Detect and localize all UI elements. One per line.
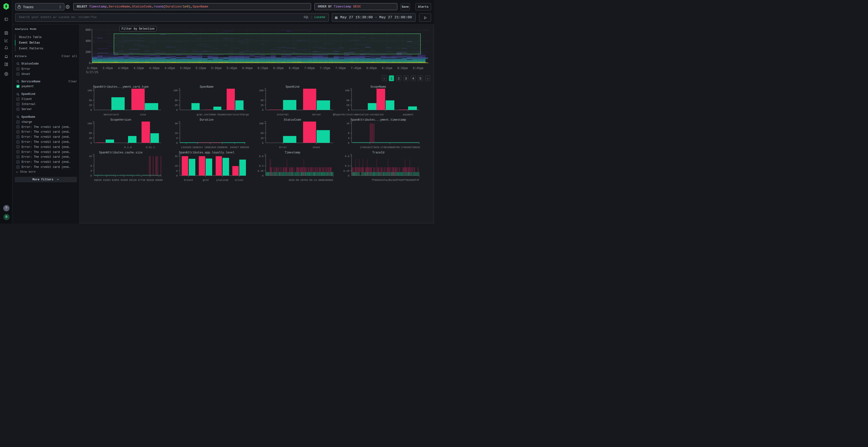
svg-text:4:45pm: 4:45pm bbox=[164, 67, 175, 70]
svg-text:platinum: platinum bbox=[217, 179, 228, 182]
svg-text:4:30pm: 4:30pm bbox=[149, 67, 159, 70]
svg-text:91063: 91063 bbox=[103, 179, 111, 182]
svg-text:StatusCode: StatusCode bbox=[284, 118, 301, 122]
svg-text:8:45pm: 8:45pm bbox=[413, 67, 423, 70]
svg-text:4:00pm: 4:00pm bbox=[118, 67, 128, 70]
svg-text:Duration: Duration bbox=[199, 118, 214, 122]
svg-text:50: 50 bbox=[89, 99, 92, 102]
svg-text:16: 16 bbox=[89, 155, 92, 158]
svg-text:25: 25 bbox=[89, 137, 92, 140]
svg-text:8: 8 bbox=[90, 165, 92, 167]
svg-text:4:15pm: 4:15pm bbox=[133, 67, 144, 70]
svg-text:92953: 92953 bbox=[112, 179, 119, 182]
svg-text:0: 0 bbox=[348, 142, 349, 144]
svg-text:mastercard: mastercard bbox=[104, 113, 119, 116]
svg-text:0.15: 0.15 bbox=[343, 170, 349, 172]
svg-text:0.3: 0.3 bbox=[259, 165, 264, 167]
svg-text:silver: silver bbox=[235, 179, 244, 182]
svg-text:25: 25 bbox=[261, 137, 264, 140]
svg-text:543017: 543017 bbox=[230, 146, 239, 149]
svg-text:7:45pm: 7:45pm bbox=[351, 67, 361, 70]
svg-text:8:30pm: 8:30pm bbox=[397, 67, 408, 70]
svg-text:payment: payment bbox=[403, 113, 413, 116]
svg-text:1748199880789: 1748199880789 bbox=[380, 146, 400, 149]
svg-text:0: 0 bbox=[176, 174, 178, 177]
svg-text:6:15pm: 6:15pm bbox=[258, 67, 268, 70]
svg-text:7:00pm: 7:00pm bbox=[304, 67, 315, 70]
svg-text:32: 32 bbox=[175, 155, 178, 158]
svg-text:SpanAttributes...yment.timesta: SpanAttributes...yment.timestamp bbox=[350, 118, 406, 122]
svg-text:1748192273433: 1748192273433 bbox=[360, 146, 379, 149]
svg-text:SpanKind: SpanKind bbox=[285, 85, 300, 89]
svg-text:8: 8 bbox=[176, 170, 178, 172]
svg-text:Internal: Internal bbox=[277, 113, 289, 116]
svg-text:25: 25 bbox=[261, 104, 264, 107]
svg-text:0: 0 bbox=[90, 109, 92, 111]
svg-text:3:45pm: 3:45pm bbox=[102, 67, 113, 70]
svg-text:gold: gold bbox=[203, 179, 209, 182]
svg-text:2025-05-28T03:59:14.900820000Z: 2025-05-28T03:59:14.900820000Z bbox=[289, 179, 333, 182]
svg-text:98338: 98338 bbox=[147, 179, 154, 182]
svg-text:25: 25 bbox=[89, 104, 92, 107]
svg-text:TraceId: TraceId bbox=[372, 151, 384, 154]
svg-text:6:00pm: 6:00pm bbox=[242, 67, 252, 70]
svg-text:100: 100 bbox=[259, 122, 264, 125]
svg-text:100: 100 bbox=[173, 89, 178, 92]
svg-text:SpanAttributes.cache.size: SpanAttributes.cache.size bbox=[99, 151, 143, 154]
svg-text:100: 100 bbox=[345, 89, 349, 92]
svg-text:6:30pm: 6:30pm bbox=[273, 67, 283, 70]
svg-text:ScopeVersion: ScopeVersion bbox=[111, 118, 131, 122]
svg-text:200: 200 bbox=[85, 50, 91, 54]
svg-text:50: 50 bbox=[346, 99, 349, 102]
svg-text:0.15: 0.15 bbox=[257, 170, 264, 172]
svg-text:1333363: 1333363 bbox=[181, 146, 191, 149]
svg-text:8: 8 bbox=[348, 132, 349, 135]
svg-text:16: 16 bbox=[346, 122, 349, 125]
svg-text:5:30pm: 5:30pm bbox=[211, 67, 221, 70]
svg-text:bronze: bronze bbox=[184, 179, 193, 182]
svg-text:100: 100 bbox=[87, 122, 92, 125]
svg-text:5:15pm: 5:15pm bbox=[195, 67, 206, 70]
svg-text:100: 100 bbox=[87, 89, 92, 92]
svg-text:0.51.1: 0.51.1 bbox=[146, 146, 155, 149]
svg-text:0: 0 bbox=[90, 142, 92, 144]
svg-text:89835: 89835 bbox=[94, 179, 102, 182]
svg-text:0: 0 bbox=[90, 174, 92, 177]
svg-text:4: 4 bbox=[348, 137, 349, 140]
svg-text:16: 16 bbox=[175, 165, 178, 167]
svg-text:94365: 94365 bbox=[121, 179, 128, 182]
svg-text:0: 0 bbox=[262, 142, 264, 144]
svg-text:Timestamp: Timestamp bbox=[285, 151, 301, 154]
svg-text:grpc.oteldemo.PaymentService/C: grpc.oteldemo.PaymentService/Charge bbox=[197, 113, 249, 116]
svg-text:19961834: 19961834 bbox=[204, 146, 216, 149]
svg-text:0.1.0: 0.1.0 bbox=[124, 146, 132, 149]
svg-text:8:00pm: 8:00pm bbox=[366, 67, 377, 70]
svg-text:4: 4 bbox=[90, 170, 92, 172]
svg-text:25: 25 bbox=[175, 104, 178, 107]
svg-text:0.6: 0.6 bbox=[345, 155, 349, 158]
svg-text:ff860334facdb23d3f430ff5b5050f: ff860334facdb23d3f430ff5b5050f4f bbox=[372, 179, 419, 182]
svg-text:100: 100 bbox=[259, 89, 264, 92]
svg-text:Unset: Unset bbox=[313, 146, 320, 149]
svg-text:50: 50 bbox=[89, 132, 92, 135]
svg-text:SpanName: SpanName bbox=[199, 85, 214, 89]
svg-text:5/27/25: 5/27/25 bbox=[86, 71, 98, 74]
svg-text:999435: 999435 bbox=[240, 146, 249, 149]
svg-text:Server: Server bbox=[312, 113, 321, 116]
svg-text:25: 25 bbox=[346, 104, 349, 107]
svg-text:8:15pm: 8:15pm bbox=[382, 67, 392, 70]
svg-text:18: 18 bbox=[175, 132, 178, 135]
svg-text:7:15pm: 7:15pm bbox=[320, 67, 330, 70]
svg-text:6:45pm: 6:45pm bbox=[289, 67, 299, 70]
svg-text:0: 0 bbox=[348, 109, 349, 111]
svg-text:50: 50 bbox=[175, 99, 178, 102]
svg-text:600: 600 bbox=[85, 28, 91, 32]
svg-text:SpanAttributes.app.loyalty.lev: SpanAttributes.app.loyalty.level bbox=[179, 151, 235, 154]
svg-text:9: 9 bbox=[176, 137, 178, 140]
svg-text:visa: visa bbox=[140, 113, 146, 116]
svg-text:0: 0 bbox=[348, 174, 349, 177]
svg-text:97730: 97730 bbox=[138, 179, 145, 182]
svg-text:ScopeName: ScopeName bbox=[371, 85, 386, 89]
svg-text:7:30pm: 7:30pm bbox=[335, 67, 345, 70]
svg-text:1748393738536: 1748393738536 bbox=[401, 146, 420, 149]
